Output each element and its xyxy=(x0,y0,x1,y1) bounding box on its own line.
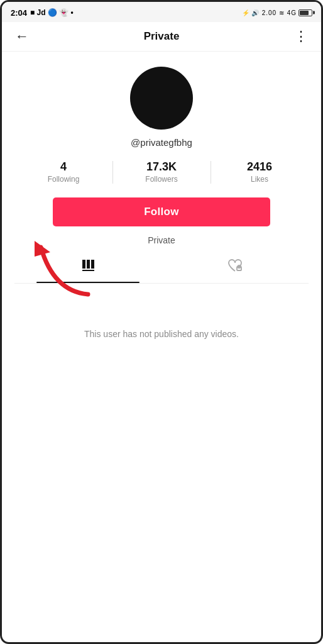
followers-count: 17.3K xyxy=(146,160,177,174)
bluetooth-icon: ⚡ xyxy=(242,9,249,16)
private-label: Private xyxy=(148,235,175,245)
more-button[interactable]: ⋮ xyxy=(291,28,311,45)
avatar xyxy=(130,67,193,130)
heart-lock-icon xyxy=(227,258,243,277)
tab-videos[interactable] xyxy=(14,252,162,283)
profile-section: @privategfbhg 4 Following 17.3K Follower… xyxy=(2,52,321,291)
back-button[interactable]: ← xyxy=(12,28,32,45)
likes-count: 2416 xyxy=(247,160,272,174)
svg-rect-3 xyxy=(82,270,94,271)
followers-label: Followers xyxy=(145,175,177,184)
following-label: Following xyxy=(48,175,80,184)
status-time: 2:04 xyxy=(11,8,27,18)
tab-liked[interactable] xyxy=(162,252,309,283)
follow-button[interactable]: Follow xyxy=(53,197,270,226)
empty-state: This user has not published any videos. xyxy=(2,291,321,377)
svg-rect-0 xyxy=(82,260,85,269)
stat-following[interactable]: 4 Following xyxy=(14,158,112,186)
stat-followers[interactable]: 17.3K Followers xyxy=(112,158,211,186)
status-right: ⚡ 🔊 2.00 ≋ 4G xyxy=(242,9,312,16)
top-nav: ← Private ⋮ xyxy=(2,22,321,52)
stats-row: 4 Following 17.3K Followers 2416 Likes xyxy=(14,158,309,186)
following-count: 4 xyxy=(60,160,67,174)
svg-rect-2 xyxy=(91,260,94,269)
tab-row xyxy=(14,252,309,284)
empty-message: This user has not published any videos. xyxy=(84,329,239,339)
battery-icon xyxy=(298,9,312,16)
grid-icon xyxy=(80,258,96,277)
stat-likes[interactable]: 2416 Likes xyxy=(211,158,309,186)
username: @privategfbhg xyxy=(131,137,192,148)
status-left-icons: ■ Jd 🔵 👻 • xyxy=(30,8,74,17)
signal-icons: 🔊 2.00 ≋ 4G xyxy=(251,9,297,16)
page-title: Private xyxy=(144,30,180,43)
svg-rect-1 xyxy=(87,260,90,269)
status-bar: 2:04 ■ Jd 🔵 👻 • ⚡ 🔊 2.00 ≋ 4G xyxy=(2,2,321,22)
likes-label: Likes xyxy=(251,175,268,184)
status-left: 2:04 ■ Jd 🔵 👻 • xyxy=(11,8,74,18)
